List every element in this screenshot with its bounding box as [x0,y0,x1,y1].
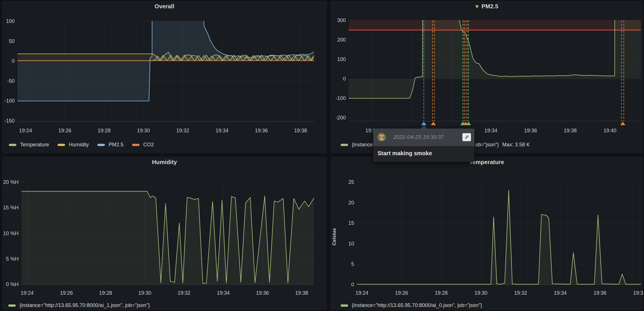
y-tick-label: -100 [4,98,15,104]
edit-annotation-button[interactable]: ✎ [462,133,471,141]
legend-label-temperature: Temperature [20,142,49,148]
y-tick-label: 0 [351,282,354,288]
grafana-dashboard: Overall 19:2419:2619:2819:3019:3219:3419… [0,0,644,311]
x-tick-label: 19:30 [474,290,487,296]
tooltip-caret-icon [421,125,427,129]
tooltip-header: 2021-04-23 19:30:37 ✎ [373,129,474,146]
y-tick-label: 25 [348,179,354,185]
y-tick-label: 15 %H [3,205,19,210]
annotation-marker-icon[interactable] [421,122,426,125]
series-area [349,1,641,98]
legend-label: {instance="http://13.65.95.70:8000/ai_0.… [352,302,482,308]
y-tick-label: -200 [335,115,346,121]
overall-chart[interactable]: 19:2419:2619:2819:3019:3219:3419:3619:38… [3,1,327,153]
y-tick-label: 0 %H [6,282,19,287]
legend-swatch [341,304,348,307]
legend-item-temperature-series[interactable]: {instance="http://13.65.95.70:8000/ai_0.… [341,302,482,308]
y-tick-label: 20 [348,200,354,206]
legend-swatch [8,304,16,307]
legend-label-co2: CO2 [143,142,154,148]
y-tick-label: 50 [9,38,15,44]
x-tick-label: 19:26 [60,290,73,296]
legend-label-suffix: ob="json"} [475,142,499,148]
legend-item-pm25-series[interactable]: {instance [341,142,373,148]
y-tick-label: 100 [6,18,15,24]
panel-humidity: Humidity 19:2419:2619:2819:3019:3219:341… [2,157,327,310]
series-area [357,190,641,285]
x-tick-label: 19:36 [594,290,606,296]
y-tick-label: -50 [7,78,15,84]
x-tick-label: 19:34 [217,290,230,296]
annotation-marker-icon[interactable] [620,122,625,125]
x-tick-label: 19:36 [256,290,269,296]
y-tick-label: 10 [348,241,354,247]
annotation-marker-icon[interactable] [431,122,436,125]
y-tick-label: 0 [343,76,346,82]
legend-label-pm25: PM2.5 [109,142,123,148]
x-tick-label: 19:40 [603,128,616,133]
series-group [21,191,314,284]
legend-item-humidity-series[interactable]: {instance="http://13.65.95.70:8000/ai_1.… [8,302,150,308]
x-tick-label: 19:38 [564,128,577,133]
y-tick-label: 15 [348,220,354,226]
x-tick-label: 19:28 [98,128,111,133]
legend-swatch-pm25 [97,144,105,146]
x-tick-label: 19:26 [58,128,71,133]
x-tick-label: 19:38 [294,128,307,133]
pm25-legend-right: ob="json"} Max: 3.58 K [475,142,530,148]
legend-label-prefix: {instance [352,142,373,148]
y-tick-label: 300 [337,17,346,23]
legend-swatch-co2 [132,144,140,146]
x-tick-label: 19:32 [178,290,191,296]
annotation-avatar [377,133,386,141]
y-tick-label: 0 [12,58,15,64]
x-tick-label: 19:24 [19,128,32,133]
y-tick-label: -100 [335,95,346,101]
series-group [17,1,314,101]
legend-swatch-humidity [58,144,65,146]
pencil-icon: ✎ [465,134,469,140]
x-tick-label: 19:36 [255,128,268,133]
y-tick-label: 100 [337,56,346,62]
x-tick-label: 19:34 [484,128,497,133]
threshold-region [349,20,641,30]
annotation-tooltip: 2021-04-23 19:30:37 ✎ Start making smoke [373,129,474,162]
humidity-chart[interactable]: 19:2419:2619:2819:3019:3219:3419:3619:38… [3,157,327,310]
legend-item-temperature[interactable]: Temperature [9,142,49,148]
y-tick-label: 5 [351,261,354,267]
series-group [349,1,641,98]
x-tick-label: 19:30 [137,128,150,133]
series-group [357,190,641,285]
y-tick-label: -150 [4,118,15,124]
x-tick-label: 19:36 [524,128,537,133]
legend-swatch-temperature [9,144,16,146]
temperature-chart[interactable]: 19:2419:2619:2819:3019:3219:3419:3619:38… [331,157,643,310]
tooltip-text: Start making smoke [378,150,432,156]
x-tick-label: 19:38 [633,290,643,296]
tooltip-body: Start making smoke [373,146,474,162]
legend-label-humidity: Humidity [69,142,89,148]
x-tick-label: 19:30 [138,290,151,296]
series-area [17,1,314,101]
x-tick-label: 19:38 [295,290,308,296]
y-tick-label: 20 %H [3,179,19,185]
humidity-legend: {instance="http://13.65.95.70:8000/ai_1.… [8,302,158,308]
legend-max-value: Max: 3.58 K [502,142,530,148]
y-tick-label: 200 [337,37,346,43]
x-tick-label: 19:28 [99,290,112,296]
x-tick-label: 19:24 [21,290,34,296]
legend-item-co2[interactable]: CO2 [132,142,154,148]
legend-item-pm25[interactable]: PM2.5 [97,142,123,148]
x-tick-label: 19:28 [435,290,448,296]
legend-item-humidity[interactable]: Humidity [58,142,89,148]
panel-overall: Overall 19:2419:2619:2819:3019:3219:3419… [2,1,327,153]
x-tick-label: 19:32 [514,290,527,296]
tooltip-timestamp: 2021-04-23 19:30:37 [393,134,444,140]
x-tick-label: 19:24 [356,290,368,296]
x-tick-label: 19:34 [554,290,567,296]
grid-lines [349,20,641,121]
legend-swatch [341,144,348,146]
temperature-legend: {instance="http://13.65.95.70:8000/ai_0.… [341,302,491,308]
panel-temperature: Temperature Celsius 19:2419:2619:2819:30… [331,157,643,310]
x-tick-label: 19:32 [176,128,189,133]
